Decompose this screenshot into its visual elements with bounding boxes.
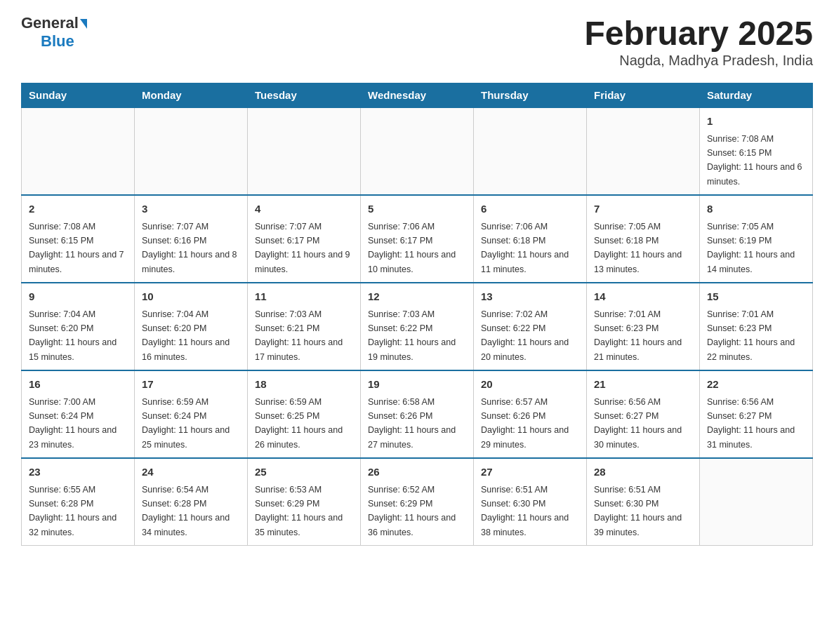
calendar-cell: 25Sunrise: 6:53 AM Sunset: 6:29 PM Dayli… xyxy=(248,458,361,546)
calendar-cell: 13Sunrise: 7:02 AM Sunset: 6:22 PM Dayli… xyxy=(474,283,587,370)
calendar-cell: 24Sunrise: 6:54 AM Sunset: 6:28 PM Dayli… xyxy=(135,458,248,546)
days-of-week-row: SundayMondayTuesdayWednesdayThursdayFrid… xyxy=(22,83,813,108)
day-number: 22 xyxy=(707,377,805,393)
calendar-cell: 7Sunrise: 7:05 AM Sunset: 6:18 PM Daylig… xyxy=(587,195,700,283)
month-title: February 2025 xyxy=(584,14,813,53)
day-info: Sunrise: 7:06 AM Sunset: 6:17 PM Dayligh… xyxy=(368,222,456,274)
day-info: Sunrise: 6:53 AM Sunset: 6:29 PM Dayligh… xyxy=(255,485,343,537)
logo: General Blue xyxy=(21,14,87,51)
calendar-cell: 4Sunrise: 7:07 AM Sunset: 6:17 PM Daylig… xyxy=(248,195,361,283)
day-info: Sunrise: 6:57 AM Sunset: 6:26 PM Dayligh… xyxy=(481,397,569,450)
calendar-cell: 6Sunrise: 7:06 AM Sunset: 6:18 PM Daylig… xyxy=(474,195,587,283)
calendar-cell xyxy=(700,458,813,546)
logo-general-text: General xyxy=(21,14,87,32)
calendar-cell: 14Sunrise: 7:01 AM Sunset: 6:23 PM Dayli… xyxy=(587,283,700,370)
title-area: February 2025 Nagda, Madhya Pradesh, Ind… xyxy=(584,14,813,69)
day-number: 21 xyxy=(594,377,692,393)
calendar-cell: 16Sunrise: 7:00 AM Sunset: 6:24 PM Dayli… xyxy=(22,370,135,458)
day-header-saturday: Saturday xyxy=(700,83,813,108)
logo-triangle-icon xyxy=(80,19,87,29)
day-number: 3 xyxy=(142,201,240,217)
day-info: Sunrise: 6:59 AM Sunset: 6:24 PM Dayligh… xyxy=(142,397,230,450)
day-info: Sunrise: 7:08 AM Sunset: 6:15 PM Dayligh… xyxy=(29,222,124,274)
day-number: 24 xyxy=(142,464,240,481)
week-row-1: 2Sunrise: 7:08 AM Sunset: 6:15 PM Daylig… xyxy=(22,195,813,283)
week-row-3: 16Sunrise: 7:00 AM Sunset: 6:24 PM Dayli… xyxy=(22,370,813,458)
day-header-tuesday: Tuesday xyxy=(248,83,361,108)
day-info: Sunrise: 6:58 AM Sunset: 6:26 PM Dayligh… xyxy=(368,397,456,450)
day-header-monday: Monday xyxy=(135,83,248,108)
calendar-cell: 11Sunrise: 7:03 AM Sunset: 6:21 PM Dayli… xyxy=(248,283,361,370)
calendar-cell xyxy=(248,107,361,195)
calendar-cell xyxy=(22,107,135,195)
calendar-cell: 20Sunrise: 6:57 AM Sunset: 6:26 PM Dayli… xyxy=(474,370,587,458)
calendar-cell: 22Sunrise: 6:56 AM Sunset: 6:27 PM Dayli… xyxy=(700,370,813,458)
calendar-cell: 27Sunrise: 6:51 AM Sunset: 6:30 PM Dayli… xyxy=(474,458,587,546)
day-number: 11 xyxy=(255,289,353,305)
day-number: 1 xyxy=(707,114,805,130)
day-number: 6 xyxy=(481,201,579,217)
calendar-cell: 26Sunrise: 6:52 AM Sunset: 6:29 PM Dayli… xyxy=(361,458,474,546)
calendar-table: SundayMondayTuesdayWednesdayThursdayFrid… xyxy=(21,83,813,546)
day-number: 18 xyxy=(255,377,353,393)
calendar-body: 1Sunrise: 7:08 AM Sunset: 6:15 PM Daylig… xyxy=(22,107,813,546)
calendar-cell: 2Sunrise: 7:08 AM Sunset: 6:15 PM Daylig… xyxy=(22,195,135,283)
calendar-cell: 5Sunrise: 7:06 AM Sunset: 6:17 PM Daylig… xyxy=(361,195,474,283)
calendar-cell: 15Sunrise: 7:01 AM Sunset: 6:23 PM Dayli… xyxy=(700,283,813,370)
week-row-4: 23Sunrise: 6:55 AM Sunset: 6:28 PM Dayli… xyxy=(22,458,813,546)
day-number: 9 xyxy=(29,289,127,305)
day-info: Sunrise: 7:02 AM Sunset: 6:22 PM Dayligh… xyxy=(481,309,569,362)
day-info: Sunrise: 6:59 AM Sunset: 6:25 PM Dayligh… xyxy=(255,397,343,450)
logo-general-line: General xyxy=(21,14,87,32)
day-info: Sunrise: 6:52 AM Sunset: 6:29 PM Dayligh… xyxy=(368,485,456,537)
day-info: Sunrise: 6:54 AM Sunset: 6:28 PM Dayligh… xyxy=(142,485,230,537)
day-number: 20 xyxy=(481,377,579,393)
day-number: 17 xyxy=(142,377,240,393)
logo-blue-text: Blue xyxy=(41,32,74,50)
location-text: Nagda, Madhya Pradesh, India xyxy=(584,53,813,69)
day-info: Sunrise: 6:55 AM Sunset: 6:28 PM Dayligh… xyxy=(29,485,117,537)
day-info: Sunrise: 7:04 AM Sunset: 6:20 PM Dayligh… xyxy=(142,309,230,362)
day-info: Sunrise: 6:51 AM Sunset: 6:30 PM Dayligh… xyxy=(594,485,682,537)
day-header-thursday: Thursday xyxy=(474,83,587,108)
calendar-cell: 10Sunrise: 7:04 AM Sunset: 6:20 PM Dayli… xyxy=(135,283,248,370)
calendar-cell: 18Sunrise: 6:59 AM Sunset: 6:25 PM Dayli… xyxy=(248,370,361,458)
page-header: General Blue February 2025 Nagda, Madhya… xyxy=(21,14,813,69)
day-info: Sunrise: 7:03 AM Sunset: 6:21 PM Dayligh… xyxy=(255,309,343,362)
day-number: 8 xyxy=(707,201,805,217)
day-info: Sunrise: 7:08 AM Sunset: 6:15 PM Dayligh… xyxy=(707,134,802,187)
day-number: 7 xyxy=(594,201,692,217)
day-number: 19 xyxy=(368,377,466,393)
calendar-cell xyxy=(361,107,474,195)
day-info: Sunrise: 7:05 AM Sunset: 6:18 PM Dayligh… xyxy=(594,222,682,274)
calendar-header: SundayMondayTuesdayWednesdayThursdayFrid… xyxy=(22,83,813,108)
day-number: 27 xyxy=(481,464,579,481)
day-number: 4 xyxy=(255,201,353,217)
day-info: Sunrise: 7:01 AM Sunset: 6:23 PM Dayligh… xyxy=(707,309,795,362)
day-info: Sunrise: 7:05 AM Sunset: 6:19 PM Dayligh… xyxy=(707,222,795,274)
day-number: 16 xyxy=(29,377,127,393)
day-number: 26 xyxy=(368,464,466,481)
day-number: 12 xyxy=(368,289,466,305)
day-info: Sunrise: 7:01 AM Sunset: 6:23 PM Dayligh… xyxy=(594,309,682,362)
day-number: 25 xyxy=(255,464,353,481)
calendar-cell xyxy=(135,107,248,195)
day-number: 10 xyxy=(142,289,240,305)
day-info: Sunrise: 7:00 AM Sunset: 6:24 PM Dayligh… xyxy=(29,397,117,450)
day-header-sunday: Sunday xyxy=(22,83,135,108)
week-row-0: 1Sunrise: 7:08 AM Sunset: 6:15 PM Daylig… xyxy=(22,107,813,195)
calendar-cell: 19Sunrise: 6:58 AM Sunset: 6:26 PM Dayli… xyxy=(361,370,474,458)
calendar-cell: 12Sunrise: 7:03 AM Sunset: 6:22 PM Dayli… xyxy=(361,283,474,370)
calendar-cell: 1Sunrise: 7:08 AM Sunset: 6:15 PM Daylig… xyxy=(700,107,813,195)
calendar-cell xyxy=(474,107,587,195)
calendar-cell: 21Sunrise: 6:56 AM Sunset: 6:27 PM Dayli… xyxy=(587,370,700,458)
day-number: 13 xyxy=(481,289,579,305)
day-number: 14 xyxy=(594,289,692,305)
day-header-wednesday: Wednesday xyxy=(361,83,474,108)
day-number: 23 xyxy=(29,464,127,481)
day-info: Sunrise: 7:03 AM Sunset: 6:22 PM Dayligh… xyxy=(368,309,456,362)
day-info: Sunrise: 7:07 AM Sunset: 6:16 PM Dayligh… xyxy=(142,222,237,274)
calendar-cell: 23Sunrise: 6:55 AM Sunset: 6:28 PM Dayli… xyxy=(22,458,135,546)
day-info: Sunrise: 7:07 AM Sunset: 6:17 PM Dayligh… xyxy=(255,222,350,274)
calendar-cell: 28Sunrise: 6:51 AM Sunset: 6:30 PM Dayli… xyxy=(587,458,700,546)
